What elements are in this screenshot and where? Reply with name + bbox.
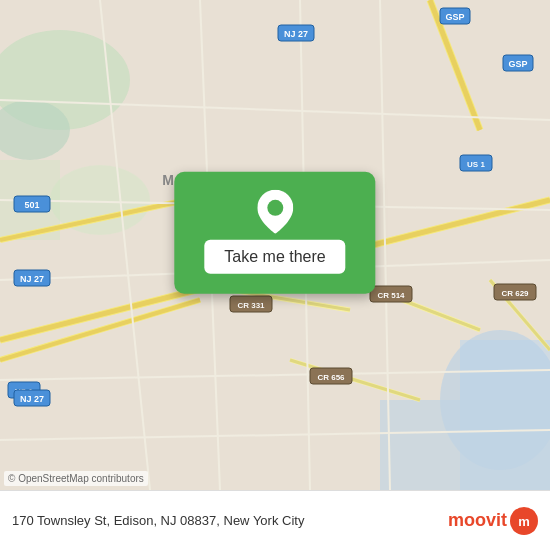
svg-text:US 1: US 1: [467, 160, 485, 169]
location-pin-icon: [255, 192, 295, 232]
svg-text:CR 629: CR 629: [501, 289, 529, 298]
take-me-there-button[interactable]: Take me there: [204, 240, 345, 274]
svg-text:M: M: [162, 172, 174, 188]
location-popup: Take me there: [174, 172, 375, 294]
svg-rect-5: [380, 400, 550, 490]
svg-text:GSP: GSP: [445, 12, 464, 22]
svg-point-58: [267, 200, 283, 216]
bottom-bar: 170 Townsley St, Edison, NJ 08837, New Y…: [0, 490, 550, 550]
svg-text:GSP: GSP: [508, 59, 527, 69]
svg-text:m: m: [518, 514, 530, 529]
svg-text:CR 656: CR 656: [317, 373, 345, 382]
svg-text:CR 514: CR 514: [377, 291, 405, 300]
svg-text:NJ 27: NJ 27: [284, 29, 308, 39]
moovit-logo-icon: m: [510, 507, 538, 535]
svg-text:NJ 27: NJ 27: [20, 274, 44, 284]
moovit-logo[interactable]: moovit m: [448, 507, 538, 535]
address-label: 170 Townsley St, Edison, NJ 08837, New Y…: [12, 513, 448, 528]
svg-text:501: 501: [24, 200, 39, 210]
osm-attribution: © OpenStreetMap contributors: [4, 471, 148, 486]
map-container[interactable]: GSP GSP US 1 US 1 NJ 27 NJ 27 NJ 27 501 …: [0, 0, 550, 490]
svg-text:NJ 27: NJ 27: [20, 394, 44, 404]
svg-text:CR 331: CR 331: [237, 301, 265, 310]
moovit-logo-text: moovit: [448, 510, 507, 531]
